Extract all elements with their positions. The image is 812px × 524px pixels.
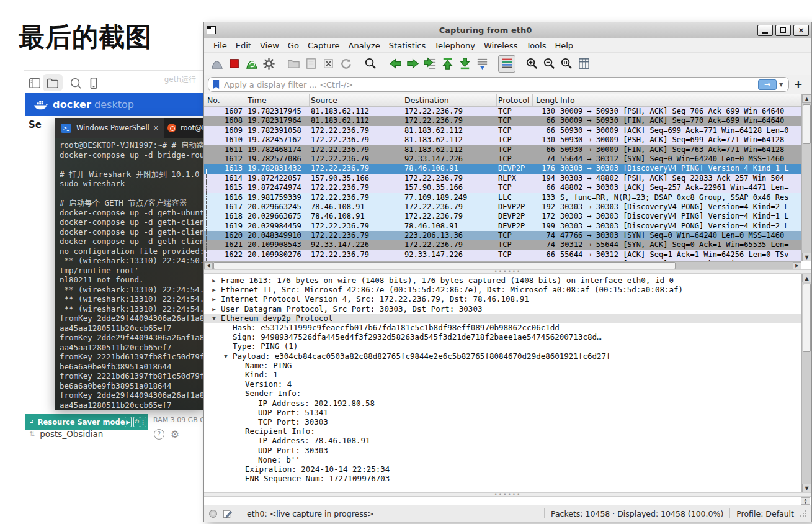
packet-row[interactable]: 161920.029984459172.22.236.7978.46.108.9… [204,222,801,231]
packet-row[interactable]: 161219.782577086172.22.236.7992.33.147.2… [204,155,801,164]
add-filter-button[interactable]: + [789,78,808,91]
scroll-thumb[interactable] [803,104,811,144]
scroll-up-arrow[interactable]: ▲ [802,94,811,103]
resource-menu-button[interactable]: ⋮ [140,417,146,427]
menu-item-statistics[interactable]: Statistics [385,40,430,52]
tree-collapsed-icon[interactable]: ▶ [210,305,218,314]
auto-scroll-icon[interactable] [473,55,491,73]
colorize-icon[interactable] [498,55,515,73]
zoom-in-icon[interactable] [523,55,540,73]
profile-label[interactable]: Profile: Default [736,509,794,518]
detail-line[interactable]: ▶Ethernet II, Src: Microsof_42:86:7e (00… [204,285,801,294]
restart-capture-icon[interactable] [243,55,260,73]
packet-row[interactable]: 161119.782468174172.22.236.7981.183.62.1… [204,145,801,155]
packet-row[interactable]: 160819.78231796481.183.62.112172.22.236.… [204,116,801,125]
detail-line[interactable]: ENR Sequence Num: 1727109976703 [204,474,801,483]
detail-line[interactable]: IP Address: 78.46.108.91 [204,436,801,445]
menu-item-go[interactable]: Go [283,40,303,52]
menu-item-capture[interactable]: Capture [303,40,344,52]
scroll-right-arrow[interactable]: ▶ [793,262,801,269]
detail-line[interactable]: Sign: 94989347526dfa445ed4f3f2932d58263a… [204,332,801,341]
close-button[interactable]: ✕ [793,25,809,36]
stop-capture-icon[interactable] [225,55,243,73]
reading-pane-icon[interactable] [28,76,42,90]
column-header-time[interactable]: Time [246,94,310,106]
sort-icon[interactable]: ⇅ [29,430,35,438]
packet-row[interactable]: 161519.872474974172.22.236.79157.90.35.1… [204,183,801,192]
minimize-button[interactable] [757,25,773,36]
detail-line[interactable]: IP Address: 202.192.80.58 [204,399,801,408]
detail-line[interactable]: ▼Ethereum devp2p Protocol [204,314,801,323]
scroll-down-arrow[interactable]: ▼ [802,484,811,492]
zoom-reset-icon[interactable] [558,55,575,73]
packet-row[interactable]: 161820.02966367578.46.108.91172.22.236.7… [204,212,801,221]
detail-line[interactable]: None: b'' [204,455,801,464]
reload-icon[interactable] [337,55,354,73]
resize-columns-icon[interactable] [575,55,592,73]
packet-row[interactable]: 160719.78231794581.183.62.112172.22.236.… [204,107,801,116]
packet-row[interactable]: 161720.02966324578.46.108.91172.22.236.7… [204,202,801,212]
scroll-up-arrow[interactable]: ▲ [802,274,811,282]
capture-options-icon[interactable] [260,55,277,73]
tree-expanded-icon[interactable]: ▼ [221,352,230,361]
open-file-icon[interactable] [285,55,302,73]
close-file-icon[interactable] [319,55,337,73]
menu-item-wireless[interactable]: Wireless [480,40,522,52]
tree-collapsed-icon[interactable]: ▶ [210,295,218,304]
column-header-length[interactable]: Length [533,94,558,106]
detail-line[interactable]: ▼Payload: e304cb84cac0503a82c88d82765fc9… [204,351,801,361]
phone-icon[interactable] [87,76,100,90]
display-filter-input[interactable]: Apply a display filter ... <Ctrl-/> ▼ [208,77,789,92]
column-header-protocol[interactable]: Protocol [497,94,533,106]
detail-line[interactable]: Exipration: 2024-10-14 22:25:34 [204,464,801,474]
resize-grip[interactable] [800,510,806,517]
find-packet-icon[interactable] [362,55,379,73]
maximize-button[interactable] [775,25,791,36]
menu-item-file[interactable]: File [209,40,231,52]
go-forward-icon[interactable] [404,55,421,73]
expert-info-icon[interactable] [209,510,217,518]
menu-item-view[interactable]: View [256,40,283,52]
tree-expanded-icon[interactable]: ▼ [210,314,218,323]
packet-row[interactable]: 160919.782391058172.22.236.7981.183.62.1… [204,126,801,135]
tree-collapsed-icon[interactable]: ▶ [210,286,218,294]
scroll-left-arrow[interactable]: ◀ [204,262,213,269]
detail-line[interactable]: UDP Port: 51341 [204,408,801,417]
pane-splitter[interactable]: •••••• [204,269,811,274]
docker-desktop-titlebar[interactable]: docker desktop [25,93,204,116]
go-back-icon[interactable] [386,55,404,73]
bookmark-icon[interactable] [212,79,220,89]
filter-dropdown-caret[interactable]: ▼ [779,81,783,88]
detail-line[interactable]: ▶User Datagram Protocol, Src Port: 30303… [204,304,801,314]
resource-power-button[interactable]: ⏻ [133,417,140,427]
zoom-out-icon[interactable] [540,55,558,73]
packet-row[interactable]: 162120.10990854392.33.147.226172.22.236.… [204,240,801,250]
detail-line[interactable]: ▶Internet Protocol Version 4, Src: 172.2… [204,294,801,304]
detail-line[interactable]: Hash: e5312511999c9feaecfb017b67fda181c5… [204,323,801,332]
detail-line[interactable]: Sender Info: [204,389,801,398]
menu-item-analyze[interactable]: Analyze [344,40,385,52]
packet-list-hscrollbar[interactable]: ◀ ▶ [204,261,801,269]
save-file-icon[interactable] [302,55,319,73]
column-header-source[interactable]: Source [310,94,403,106]
apply-filter-button[interactable] [758,79,777,90]
menu-item-help[interactable]: Help [550,40,578,52]
go-last-icon[interactable] [456,55,473,73]
menu-item-edit[interactable]: Edit [231,40,256,52]
detail-line[interactable]: Recipient Info: [204,427,801,436]
scroll-thumb[interactable] [213,262,676,269]
resource-play-button[interactable]: ▶ [125,417,132,427]
tab-windows-powershell[interactable]: >_ Windows PowerShell ✕ [55,118,164,138]
go-to-packet-icon[interactable] [421,55,439,73]
packet-row[interactable]: 161619.981759339172.22.236.7977.109.189.… [204,193,801,202]
detail-line[interactable]: Kind: 1 [204,370,801,379]
start-capture-icon[interactable] [208,55,225,73]
menu-item-tools[interactable]: Tools [522,40,550,52]
close-tab-icon[interactable]: ✕ [153,124,159,132]
packet-row[interactable]: 161019.782457162172.22.236.7981.183.62.1… [204,135,801,145]
detail-line[interactable]: UDP Port: 30303 [204,446,801,455]
detail-line[interactable]: Version: 4 [204,379,801,389]
terminal-body[interactable]: root@DESKTOP-VJN1997:~# # 启动路docker-comp… [55,138,203,410]
help-icon[interactable]: ? [154,429,164,440]
detail-line[interactable]: TCP Port: 30303 [204,417,801,427]
